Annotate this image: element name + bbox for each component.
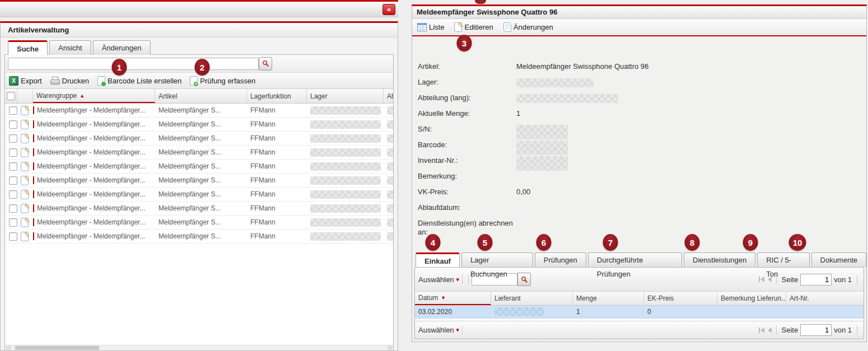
tab-ansicht[interactable]: Ansicht: [49, 40, 91, 55]
edit-cell: [17, 190, 33, 199]
article-table-body: Meldeempfänger - Meldempfänger...Meldeem…: [5, 104, 393, 244]
collapse-panel-button[interactable]: «: [382, 4, 395, 15]
table-row[interactable]: Meldeempfänger - Meldempfänger...Meldeem…: [5, 174, 393, 188]
page-number-input[interactable]: [800, 324, 832, 336]
edit-row-icon[interactable]: [21, 190, 29, 199]
column-header-lagerfunktion[interactable]: Lagerfunktion: [247, 89, 307, 103]
scroll-right-button[interactable]: [388, 346, 392, 350]
redacted-abteilung: [387, 204, 394, 213]
row-checkbox[interactable]: [9, 218, 17, 227]
select-dropdown[interactable]: Auswählen: [418, 326, 459, 334]
first-page-button[interactable]: [759, 327, 764, 333]
tab-suche[interactable]: Suche: [8, 40, 48, 55]
edit-row-icon[interactable]: [21, 148, 29, 157]
aenderungen-button[interactable]: Änderungen: [503, 22, 553, 32]
column-header-ek-preis[interactable]: EK-Preis: [644, 292, 717, 305]
grid-search-button[interactable]: [517, 273, 531, 286]
tab-einkauf[interactable]: Einkauf: [416, 252, 460, 267]
tab-dokumente[interactable]: Dokumente: [811, 252, 866, 267]
column-header-datum[interactable]: Datum ▼: [415, 292, 491, 305]
editieren-button[interactable]: Editieren: [454, 22, 493, 32]
tab-aenderungen[interactable]: Änderungen: [93, 40, 151, 55]
tab-lager-buchungen[interactable]: Lager Buchungen: [461, 252, 533, 267]
column-header-lager[interactable]: Lager: [307, 89, 384, 103]
barcode-list-button-label: Barcode Liste erstellen: [108, 77, 181, 85]
column-header-menge[interactable]: Menge: [573, 292, 644, 305]
barcode-list-button[interactable]: Barcode Liste erstellen: [97, 76, 181, 86]
column-header-abteilung[interactable]: Abteilung: [384, 89, 394, 103]
edit-row-icon[interactable]: [21, 176, 29, 185]
cell-abteilung: [384, 190, 394, 199]
prev-page-button[interactable]: [768, 327, 772, 333]
column-header-bemerkung-lieferung[interactable]: Bemerkung Lieferun...: [717, 292, 786, 305]
edit-row-icon[interactable]: [21, 162, 29, 171]
detail-panel: Meldeempfänger Swissphone Quattro 96 Lis…: [412, 4, 867, 342]
table-row[interactable]: Meldeempfänger - Meldempfänger...Meldeem…: [5, 118, 393, 132]
cell-lagerfunktion: FFMann: [247, 162, 307, 170]
search-tab-content: ExportDruckenBarcode Liste erstellenPrüf…: [4, 54, 394, 350]
table-row[interactable]: Meldeempfänger - Meldempfänger...Meldeem…: [5, 104, 393, 118]
table-row[interactable]: Meldeempfänger - Meldempfänger...Meldeem…: [5, 188, 393, 202]
table-row[interactable]: Meldeempfänger - Meldempfänger...Meldeem…: [5, 160, 393, 174]
table-row[interactable]: Meldeempfänger - Meldempfänger...Meldeem…: [5, 202, 393, 216]
cell-abteilung: [384, 106, 394, 115]
row-checkbox[interactable]: [9, 176, 17, 185]
detail-toolbar: ListeEditierenÄnderungen: [412, 19, 866, 35]
edit-row-icon[interactable]: [21, 134, 29, 143]
edit-row-icon[interactable]: [21, 218, 29, 227]
edit-row-icon[interactable]: [21, 120, 29, 129]
tab-pruefungen[interactable]: Prüfungen: [535, 252, 586, 267]
edit-cell: [17, 106, 33, 115]
table-row[interactable]: Meldeempfänger - Meldempfänger...Meldeem…: [5, 230, 393, 244]
column-header-artikel[interactable]: Artikel: [155, 89, 247, 103]
annotation-badge-7: 7: [603, 234, 618, 251]
row-checkbox[interactable]: [9, 190, 17, 199]
purchase-row-selected[interactable]: 03.02.2020 1 0: [415, 306, 864, 319]
field-vk-preis: VK-Preis:0,00: [412, 188, 866, 203]
print-button[interactable]: Drucken: [50, 77, 89, 85]
sort-asc-icon: ▲: [80, 93, 85, 99]
tab-durchgefuehrte-pruefungen[interactable]: Durchgeführte Prüfungen: [588, 252, 682, 267]
edit-cell: [17, 120, 33, 129]
redacted-lager: [310, 190, 381, 199]
redacted-lager: [310, 232, 381, 241]
search-input[interactable]: [8, 58, 259, 70]
search-button[interactable]: [259, 57, 272, 71]
first-page-button[interactable]: [759, 277, 764, 282]
column-header-lieferant[interactable]: Lieferant: [491, 292, 573, 305]
row-checkbox[interactable]: [9, 106, 17, 115]
tab-dienstleistungen[interactable]: Dienstleistungen: [684, 252, 755, 267]
checkbox-cell: [5, 204, 17, 213]
record-inspection-button[interactable]: Prüfung erfassen: [190, 76, 255, 86]
scrollbar-thumb[interactable]: [15, 346, 99, 350]
row-checkbox[interactable]: [9, 232, 17, 241]
annotation-badge-8: 8: [685, 234, 700, 251]
row-checkbox[interactable]: [9, 134, 17, 143]
edit-row-icon[interactable]: [21, 204, 29, 213]
horizontal-scrollbar[interactable]: [5, 345, 393, 350]
select-dropdown[interactable]: Auswählen: [418, 275, 459, 284]
table-row[interactable]: Meldeempfänger - Meldempfänger...Meldeem…: [5, 146, 393, 160]
column-header-warengruppe[interactable]: Warengruppe ▲: [33, 89, 155, 103]
table-row[interactable]: Meldeempfänger - Meldempfänger...Meldeem…: [5, 216, 393, 230]
row-checkbox[interactable]: [9, 204, 17, 213]
redacted-abteilung: [387, 232, 394, 241]
edit-row-icon[interactable]: [21, 106, 29, 115]
cell-lager: [307, 106, 384, 115]
liste-button[interactable]: Liste: [417, 23, 444, 31]
field-barcode-label: Barcode:: [412, 141, 516, 156]
row-checkbox[interactable]: [9, 120, 17, 129]
select-all-checkbox[interactable]: [7, 92, 15, 100]
field-barcode-value: [516, 141, 568, 156]
cell-abteilung: [384, 176, 394, 185]
tab-ric-5-ton[interactable]: RIC / 5-Ton: [757, 252, 809, 267]
row-checkbox[interactable]: [9, 162, 17, 171]
row-checkbox[interactable]: [9, 148, 17, 157]
scroll-left-button[interactable]: [6, 346, 11, 350]
page-number-input[interactable]: [800, 274, 832, 286]
column-header-art-nr[interactable]: Art-Nr.: [786, 292, 864, 305]
table-row[interactable]: Meldeempfänger - Meldempfänger...Meldeem…: [5, 132, 393, 146]
edit-row-icon[interactable]: [21, 232, 29, 241]
export-button[interactable]: Export: [9, 76, 42, 86]
annotation-badge-3: 3: [457, 35, 472, 52]
